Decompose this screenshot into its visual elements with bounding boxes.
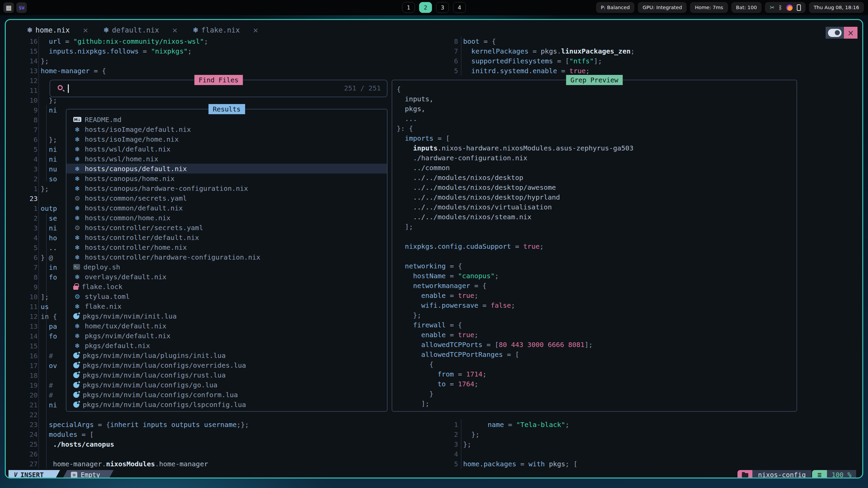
editor-line: enable = true; <box>397 330 478 340</box>
line-number: 8 <box>436 37 458 45</box>
editor-line: 22 <box>16 410 41 420</box>
code-text: inputs, <box>397 95 433 103</box>
tab-home.nix[interactable]: ❄home.nix× <box>27 26 88 34</box>
editor-line: 1outp <box>16 203 57 213</box>
line-number: 12 <box>16 312 38 321</box>
toml-file-icon <box>73 293 81 300</box>
code-text: from = 1714; <box>397 370 487 378</box>
result-item[interactable]: flake.lock <box>66 282 387 291</box>
result-item[interactable]: stylua.toml <box>66 291 387 301</box>
line-number: 13 <box>16 67 38 75</box>
result-item[interactable]: hosts/wsl/home.nix <box>66 154 387 164</box>
workspace-button-2[interactable]: 2 <box>419 2 432 13</box>
code-text: home-manager.nixosModules.home-manager <box>41 460 208 468</box>
result-item[interactable]: hosts/canopus/hardware-configuration.nix <box>66 183 387 193</box>
code-text: ../../modules/nixos/steam.nix <box>397 213 531 221</box>
result-item[interactable]: flake.nix <box>66 301 387 311</box>
editor-line: 11us <box>16 302 49 311</box>
result-item[interactable]: hosts/common/default.nix <box>66 203 387 213</box>
editor-line: 6} @ <box>16 252 53 262</box>
lua-file-icon <box>73 313 79 319</box>
line-number: 24 <box>16 430 38 439</box>
result-item[interactable]: pkgs/nvim/nvim/lua/configs/lspconfig.lua <box>66 400 387 409</box>
result-item[interactable]: hosts/common/home.nix <box>66 213 387 223</box>
tab-flake.nix[interactable]: ❄flake.nix× <box>193 26 258 34</box>
terminal-window: ❄home.nix×❄default.nix×❄flake.nix× × 16 … <box>5 19 863 479</box>
line-number: 22 <box>16 411 38 419</box>
result-item[interactable]: hosts/canopus/default.nix <box>66 164 387 174</box>
line-number: 11 <box>16 303 38 311</box>
result-item[interactable]: pkgs/default.nix <box>66 341 387 350</box>
nix-file-icon <box>73 253 81 261</box>
workspace-button-4[interactable]: 4 <box>453 2 466 13</box>
editor-line: wifi.powersave = false; <box>397 300 515 310</box>
result-item[interactable]: hosts/controller/default.nix <box>66 232 387 242</box>
result-label: hosts/common/default.nix <box>85 204 183 212</box>
result-item[interactable]: pkgs/nvim/default.nix <box>66 331 387 341</box>
editor-line: enable = true; <box>397 290 478 300</box>
editor-line: 23 <box>16 194 41 203</box>
find-files-prompt[interactable]: Find Files 251 / 251 <box>50 80 388 97</box>
line-number: 4 <box>16 234 38 242</box>
tab-label: home.nix <box>36 26 70 34</box>
result-item[interactable]: pkgs/nvim/nvim/init.lua <box>66 311 387 321</box>
result-item[interactable]: hosts/controller/secrets.yaml <box>66 223 387 232</box>
status-pill-label: Bat: 100 <box>736 5 757 10</box>
result-item[interactable]: hosts/isoImage/default.nix <box>66 124 387 134</box>
tab-close-icon[interactable]: × <box>83 26 88 34</box>
toggle-icon <box>828 29 842 37</box>
tab-default.nix[interactable]: ❄default.nix× <box>103 26 178 34</box>
topbar-left: ▦ $W <box>3 2 27 13</box>
result-item[interactable]: hosts/canopus/home.nix <box>66 174 387 183</box>
result-item[interactable]: hosts/controller/home.nix <box>66 242 387 252</box>
result-item[interactable]: pkgs/nvim/nvim/lua/configs/overrides.lua <box>66 360 387 370</box>
editor-line: 18 <box>16 370 41 380</box>
app-launcher-button[interactable]: ▦ <box>3 2 14 13</box>
result-item[interactable]: pkgs/nvim/nvim/lua/configs/go.lua <box>66 380 387 390</box>
result-item[interactable]: overlays/default.nix <box>66 272 387 282</box>
nix-file-icon <box>73 303 81 310</box>
window-toggle[interactable] <box>826 27 844 39</box>
tray-pill[interactable]: ✂ ᛒ <box>765 2 805 13</box>
tab-close-icon[interactable]: × <box>253 26 258 34</box>
lua-file-icon <box>73 402 79 408</box>
code-text: specialArgs = {inherit inputs outputs us… <box>41 421 249 429</box>
result-item[interactable]: M↓README.md <box>66 115 387 124</box>
result-label: home/tux/default.nix <box>85 322 166 330</box>
editor-line: 9 ni <box>16 105 57 115</box>
workspace-button-3[interactable]: 3 <box>436 2 449 13</box>
code-text: }; <box>41 96 57 104</box>
line-number: 19 <box>16 381 38 389</box>
result-item[interactable]: pkgs/nvim/nvim/lua/configs/rust.lua <box>66 370 387 380</box>
window-close-button[interactable]: × <box>844 27 857 39</box>
editor-line: 4 ni <box>16 154 57 164</box>
tab-close-icon[interactable]: × <box>172 26 178 34</box>
terminal-workspace-button[interactable]: $W <box>16 2 27 13</box>
result-item[interactable]: home/tux/default.nix <box>66 321 387 331</box>
network-icon: ✂ <box>770 4 774 11</box>
line-number: 18 <box>16 371 38 380</box>
result-item[interactable]: hosts/isoImage/home.nix <box>66 134 387 144</box>
result-item[interactable]: pkgs/nvim/nvim/lua/configs/conform.lua <box>66 390 387 400</box>
search-icon <box>58 85 63 90</box>
code-text: }; <box>463 430 479 439</box>
workspace-button-1[interactable]: 1 <box>402 2 415 13</box>
result-label: pkgs/nvim/nvim/lua/plugins/init.lua <box>83 351 225 360</box>
media-icon <box>786 4 793 11</box>
lock-file-icon <box>73 286 78 290</box>
result-item[interactable]: hosts/controller/hardware-configuration.… <box>66 252 387 262</box>
line-number: 3 <box>16 165 38 173</box>
code-text: outp <box>41 204 57 212</box>
result-item[interactable]: hosts/wsl/default.nix <box>66 144 387 154</box>
line-number: 13 <box>16 322 38 330</box>
mode-segment: V INSERT <box>8 470 60 479</box>
result-item[interactable]: pkgs/nvim/nvim/lua/plugins/init.lua <box>66 350 387 360</box>
result-item[interactable]: hosts/common/secrets.yaml <box>66 193 387 203</box>
editor-line: inputs.nixos-hardware.nixosModules.asus-… <box>397 143 633 153</box>
result-item[interactable]: >_deploy.sh <box>66 262 387 272</box>
line-number: 25 <box>16 440 38 448</box>
clock-pill: Thu Aug 08, 18:16 <box>809 2 864 13</box>
line-number: 2 <box>436 430 458 439</box>
code-text: inputs.nixpkgs.follows = "nixpkgs"; <box>41 47 192 55</box>
code-text: { <box>397 360 433 368</box>
